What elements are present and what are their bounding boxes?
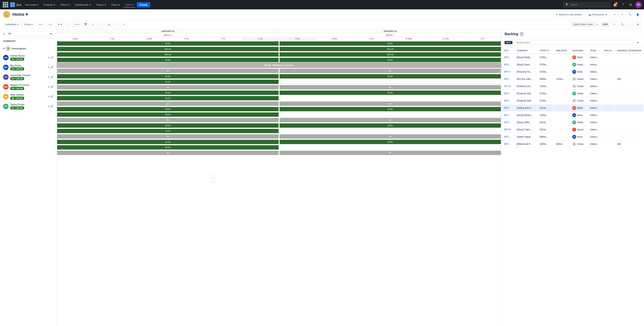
person-row[interactable]: BD Big Demo 0h / 184.0h ≡ 🔗 xyxy=(0,62,56,72)
backlog-row[interactable]: BPV... [Feature] Self... 07/De... TPTash… xyxy=(502,90,644,97)
resources-button[interactable]: ▬ Resources ▾ xyxy=(586,12,610,17)
backlog-row[interactable]: BPV... [Milestone] P... 02/De... 03/De..… xyxy=(502,141,644,148)
more-button[interactable]: ··· xyxy=(627,21,633,27)
row-options-icon[interactable]: ≡ xyxy=(48,66,50,69)
share-button[interactable]: ↗ xyxy=(611,11,618,17)
cell-estimation xyxy=(615,119,644,126)
left-button[interactable]: ‹ xyxy=(98,21,104,27)
search-bar[interactable]: 🔍 Search xyxy=(564,2,610,7)
nav-apps[interactable]: Apps ▾ xyxy=(123,2,135,7)
cell-summary: Run the colle... xyxy=(514,76,537,83)
target-button[interactable]: ◎ xyxy=(106,21,112,27)
upload-button[interactable]: ↑ xyxy=(66,22,71,27)
nav-filters[interactable]: Filters ▾ xyxy=(58,2,71,7)
individuals-button[interactable]: Individuals ▾ xyxy=(3,22,20,27)
nav-teams[interactable]: Teams ▾ xyxy=(94,2,108,7)
cell-key[interactable]: BPV... xyxy=(502,112,514,119)
cell-key[interactable]: BPV... xyxy=(502,76,514,83)
create-button[interactable]: Create xyxy=(137,2,150,7)
row-options-icon[interactable]: ≡ xyxy=(48,56,50,59)
row-options-icon[interactable]: ≡ xyxy=(48,85,50,88)
backlog-row[interactable]: BPV-9 [Story] Traini... 04/Ja... JJerom … xyxy=(502,126,644,133)
backlog-row[interactable]: BPV... Testing and d... 18/Ja... ETEilee… xyxy=(502,105,644,112)
row-options-icon[interactable]: ≡ xyxy=(48,105,50,108)
backlog-row[interactable]: BPV... [Story] Differ... 04/Ja... TPTash… xyxy=(502,119,644,126)
row-link-icon[interactable]: 🔗 xyxy=(50,76,53,78)
row-link-icon[interactable]: 🔗 xyxy=(50,105,53,108)
person-row[interactable]: AB Arlene Burns 0h / 184.0h ≡ 🔗 xyxy=(0,53,56,62)
cell-summary: [Feature] Self... xyxy=(514,90,537,97)
day-cell: 2 Tue xyxy=(94,37,131,40)
cell-key[interactable]: BPV... xyxy=(502,90,514,97)
quick-filter[interactable]: Quick Filters: none ▾ xyxy=(571,22,600,27)
search-toolbar-button[interactable]: 🔍 xyxy=(619,21,625,27)
cell-key[interactable]: BPV-9 xyxy=(502,126,514,133)
backlog-row[interactable]: BPV... Run the colle... 08/No... 11/No..… xyxy=(502,76,644,83)
row-link-icon[interactable]: 🔗 xyxy=(50,66,53,69)
grid-menu-button[interactable] xyxy=(2,1,8,8)
person-row[interactable]: JC Jeannette Chavez 0h / 184.0h ≡ 🔗 xyxy=(0,72,56,82)
help-button[interactable]: ? xyxy=(620,1,626,8)
nav-your-work[interactable]: Your work ▾ xyxy=(23,2,40,7)
row-options-icon[interactable]: ≡ xyxy=(48,95,50,98)
cell-key[interactable]: BPV... xyxy=(502,61,514,68)
help-small-button[interactable]: ? xyxy=(619,11,625,17)
cell-key[interactable]: BPV... xyxy=(502,134,514,140)
jira-logo[interactable]: J Jira xyxy=(10,2,21,7)
page-title[interactable]: Home ▾ xyxy=(12,12,28,17)
cell-end: 03/De... xyxy=(554,141,570,148)
nav-dashboards[interactable]: Dashboards ▾ xyxy=(73,2,93,7)
cell-key[interactable]: BPV... xyxy=(502,141,514,148)
check-button[interactable]: ✓ ▾ xyxy=(46,22,54,27)
right-button[interactable]: › xyxy=(114,21,120,27)
group-button[interactable]: Group ▾ xyxy=(22,22,35,27)
row-link-icon[interactable]: 🔗 xyxy=(50,95,53,98)
user-avatar[interactable]: PK xyxy=(636,1,642,8)
person-row[interactable]: TP Tasha Porter 0h / 184.0h ≡ 🔗 xyxy=(0,102,56,111)
pencil-button[interactable]: ✏ ▾ xyxy=(72,22,81,27)
row-link-icon[interactable]: 🔗 xyxy=(50,56,53,59)
backlog-search-input[interactable] xyxy=(514,40,633,45)
row-options-icon[interactable]: ≡ xyxy=(48,76,50,78)
collapse-button[interactable]: ⬆ xyxy=(634,21,641,27)
nav-plans[interactable]: Plans ▾ xyxy=(110,2,122,7)
person-row[interactable]: MO Megan O'Connor 0h / 184.0h ≡ 🔗 xyxy=(0,82,56,92)
lightning-button[interactable]: ⚡ xyxy=(611,21,618,27)
all-select[interactable]: All ▾ xyxy=(6,31,53,36)
unassigned-toggle[interactable]: ▾ ◔ Unassigned xyxy=(0,44,56,53)
cell-estimation xyxy=(615,126,644,133)
backlog-row[interactable]: BPV... [Story] Notify... 07/De... ETEile… xyxy=(502,54,644,61)
cell-key[interactable]: BPV... xyxy=(502,105,514,112)
cell-key[interactable]: BPV... xyxy=(502,97,514,104)
row-link-icon[interactable]: 🔗 xyxy=(50,85,53,88)
notifications-button[interactable]: 🔔 1 xyxy=(612,1,618,8)
backlog-info-button[interactable]: ? xyxy=(520,32,523,36)
cell-key[interactable]: BPV... xyxy=(502,119,514,126)
nav-projects[interactable]: Projects ▾ xyxy=(42,2,57,7)
tool-button[interactable]: 🔧 xyxy=(627,11,633,17)
cell-end xyxy=(554,54,570,61)
cell-key[interactable]: BPV... xyxy=(502,54,514,61)
timeline-row: 0h0h xyxy=(57,117,501,123)
backlog-row[interactable]: BPV-6 [Feature] Vis... 21/De... ◔Unass U… xyxy=(502,83,644,90)
backlog-row[interactable]: BPV... [Story] Distan... 21/De... AKAnna… xyxy=(502,112,644,119)
double-left-button[interactable]: « xyxy=(90,21,96,27)
backlog-row[interactable]: BPV... [Feature] Self... 07/De... ◔Unass… xyxy=(502,97,644,104)
cell-key[interactable]: BPV-2 xyxy=(502,68,514,75)
eye-button[interactable]: 👁 ▾ xyxy=(55,22,64,27)
backlog-row[interactable]: BPV... Gather requir... 08/No... AKAnna … xyxy=(502,134,644,140)
backlog-filter-button[interactable]: ▼ xyxy=(634,39,641,46)
person-row[interactable]: ME Mike Edison 0h / 184.0h ≡ 🔗 xyxy=(0,92,56,102)
settings-button[interactable]: ⚙ xyxy=(628,1,634,8)
cell-key[interactable]: BPV-6 xyxy=(502,83,514,90)
double-right-button[interactable]: » xyxy=(122,21,128,27)
backlog-row[interactable]: BPV... [Story] Soun... 07/De... GTGuad..… xyxy=(502,61,644,68)
switch-version-button[interactable]: ✦ Switch to old version xyxy=(553,12,584,17)
backlog-row[interactable]: BPV-2 [Feature] Tra... 07/De... AKAnna U… xyxy=(502,68,644,75)
calendar-button[interactable]: 📅 xyxy=(82,21,88,27)
person-button[interactable]: 👤 xyxy=(634,11,641,17)
timeline-toggle-button[interactable]: › xyxy=(211,173,216,182)
add-button[interactable]: + ▾ xyxy=(36,22,44,27)
col-key: KEY xyxy=(502,48,514,54)
filter-icon: ▼ xyxy=(636,41,639,44)
